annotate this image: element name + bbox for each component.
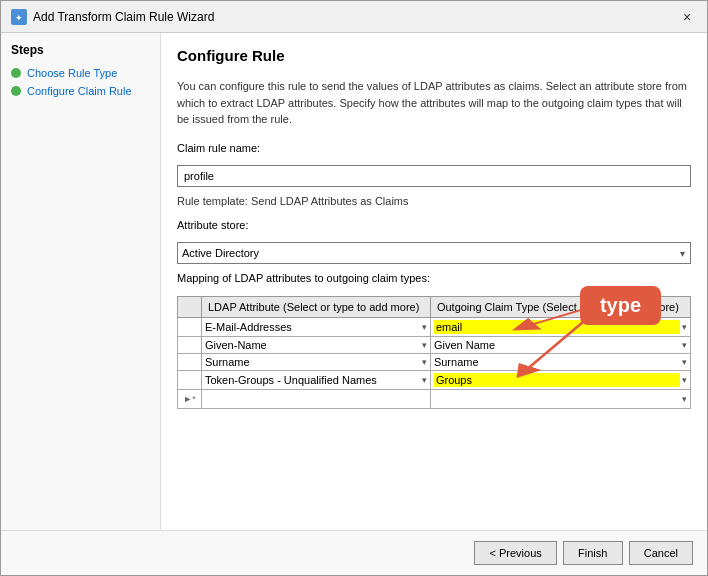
- description-text: You can configure this rule to send the …: [177, 78, 691, 128]
- sidebar-label-choose-rule: Choose Rule Type: [27, 67, 117, 79]
- claim-type-value: Given Name: [434, 339, 680, 351]
- claim-type-cell: ▾: [430, 370, 690, 389]
- ldap-attribute-value: Given-Name: [205, 339, 420, 351]
- ldap-dropdown-arrow[interactable]: ▾: [422, 340, 427, 350]
- rule-template-label: Rule template: Send LDAP Attributes as C…: [177, 195, 691, 207]
- claim-type-input-highlighted[interactable]: [434, 373, 680, 387]
- ldap-dropdown-arrow[interactable]: ▾: [422, 375, 427, 385]
- svg-text:✦: ✦: [15, 13, 23, 23]
- ldap-dropdown-arrow[interactable]: ▾: [422, 322, 427, 332]
- ldap-attribute-value: E-Mail-Addresses: [205, 321, 420, 333]
- claim-type-value: Surname: [434, 356, 680, 368]
- mapping-label: Mapping of LDAP attributes to outgoing c…: [177, 272, 691, 284]
- dialog-title: Add Transform Claim Rule Wizard: [33, 10, 214, 24]
- ldap-dropdown-arrow[interactable]: ▾: [422, 357, 427, 367]
- row-number: [178, 336, 202, 353]
- step2-dot: [11, 86, 21, 96]
- page-title: Configure Rule: [177, 47, 691, 64]
- ldap-new-input[interactable]: [205, 392, 427, 406]
- claim-dropdown-arrow[interactable]: ▾: [682, 375, 687, 385]
- ldap-attribute-cell: Surname▾: [202, 353, 431, 370]
- table-row: Token-Groups - Unqualified Names▾▾: [178, 370, 691, 389]
- previous-button[interactable]: < Previous: [474, 541, 556, 565]
- type-tooltip: type: [580, 286, 661, 325]
- row-number: ►*: [178, 389, 202, 408]
- finish-button[interactable]: Finish: [563, 541, 623, 565]
- main-panel: Configure Rule You can configure this ru…: [161, 33, 707, 530]
- ldap-attribute-value: Surname: [205, 356, 420, 368]
- row-number: [178, 353, 202, 370]
- dialog-content: Steps Choose Rule Type Configure Claim R…: [1, 33, 707, 530]
- footer: < Previous Finish Cancel: [1, 530, 707, 575]
- ldap-attribute-cell: Given-Name▾: [202, 336, 431, 353]
- dialog: ✦ Add Transform Claim Rule Wizard × Step…: [0, 0, 708, 576]
- mapping-wrapper: LDAP Attribute (Select or type to add mo…: [177, 296, 691, 409]
- attribute-store-label: Attribute store:: [177, 219, 691, 231]
- ldap-attribute-cell: Token-Groups - Unqualified Names▾: [202, 370, 431, 389]
- sidebar-item-choose-rule[interactable]: Choose Rule Type: [11, 67, 150, 79]
- row-number: [178, 317, 202, 336]
- attribute-store-wrapper: Active Directory: [177, 242, 691, 264]
- close-button[interactable]: ×: [677, 7, 697, 27]
- claim-type-new-input[interactable]: [434, 392, 680, 406]
- claim-rule-name-input[interactable]: [177, 165, 691, 187]
- col-ldap-header: LDAP Attribute (Select or type to add mo…: [202, 296, 431, 317]
- sidebar-heading: Steps: [11, 43, 150, 57]
- sidebar-item-configure-claim[interactable]: Configure Claim Rule: [11, 85, 150, 97]
- claim-type-cell: Given Name▾: [430, 336, 690, 353]
- wizard-icon: ✦: [11, 9, 27, 25]
- claim-dropdown-arrow[interactable]: ▾: [682, 322, 687, 332]
- col-num-header: [178, 296, 202, 317]
- step1-dot: [11, 68, 21, 78]
- row-number: [178, 370, 202, 389]
- ldap-attribute-value: Token-Groups - Unqualified Names: [205, 374, 420, 386]
- title-bar: ✦ Add Transform Claim Rule Wizard ×: [1, 1, 707, 33]
- title-bar-left: ✦ Add Transform Claim Rule Wizard: [11, 9, 214, 25]
- ldap-attribute-cell: E-Mail-Addresses▾: [202, 317, 431, 336]
- claim-rule-name-label: Claim rule name:: [177, 142, 691, 154]
- cancel-button[interactable]: Cancel: [629, 541, 693, 565]
- sidebar-label-configure-claim: Configure Claim Rule: [27, 85, 132, 97]
- table-row: ►*▾: [178, 389, 691, 408]
- table-row: Given-Name▾Given Name▾: [178, 336, 691, 353]
- table-row: Surname▾Surname▾: [178, 353, 691, 370]
- claim-dropdown-arrow[interactable]: ▾: [682, 357, 687, 367]
- ldap-attribute-cell: [202, 389, 431, 408]
- claim-type-cell: ▾: [430, 389, 690, 408]
- claim-dropdown-arrow[interactable]: ▾: [682, 394, 687, 404]
- claim-dropdown-arrow[interactable]: ▾: [682, 340, 687, 350]
- sidebar: Steps Choose Rule Type Configure Claim R…: [1, 33, 161, 530]
- claim-type-cell: Surname▾: [430, 353, 690, 370]
- attribute-store-select[interactable]: Active Directory: [177, 242, 691, 264]
